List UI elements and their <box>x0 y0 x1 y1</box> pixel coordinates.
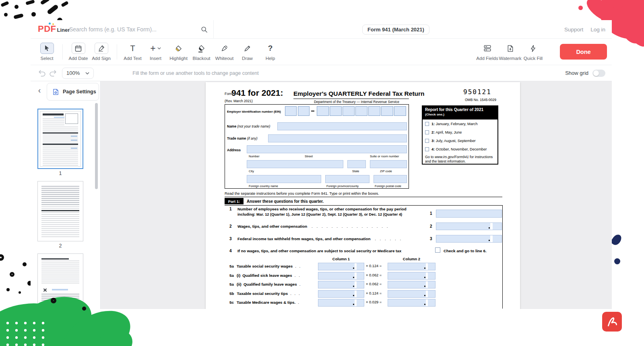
line1-count-input[interactable] <box>436 210 502 218</box>
foreign-postal-sublabel: Foreign postal code <box>375 184 401 188</box>
ein-cell[interactable] <box>381 106 393 116</box>
line2-num: 2 <box>229 224 232 229</box>
quarter-title: Report for this Quarter of 2021 <box>425 107 495 112</box>
trade-name-input[interactable] <box>268 134 407 142</box>
line1-num: 1 <box>229 207 232 211</box>
page-settings-button[interactable]: Page Settings <box>47 83 99 101</box>
line2-label: Wages, tips, and other compensation . . … <box>237 224 427 229</box>
address-label: Address <box>227 148 241 152</box>
quarter-goto-note: Go to www.irs.gov/Form941 for instructio… <box>425 155 497 164</box>
ein-cell[interactable] <box>343 106 355 116</box>
ein-cell[interactable] <box>285 106 297 116</box>
show-grid-toggle[interactable] <box>592 70 605 77</box>
ein-cell[interactable] <box>368 106 380 116</box>
form-title-text: Employer's QUARTERLY Federal Tax Return <box>293 90 425 97</box>
form-dept: Department of the Treasury — Internal Re… <box>293 100 420 104</box>
row5aii-col2-input[interactable] <box>388 281 436 288</box>
line4-text: If no wages, tips, and other compensatio… <box>237 249 401 253</box>
search-icon[interactable] <box>200 26 208 33</box>
decor-white-dots <box>3 319 48 346</box>
screenshot-root: PDFLiner Form 941 (March 2021) Support L… <box>0 0 644 346</box>
read-instructions-note: Read the separate instructions before yo… <box>225 192 379 196</box>
toolbar-divider <box>62 44 63 60</box>
state-input[interactable] <box>347 160 366 168</box>
tool-quick-fill[interactable]: Quick Fill <box>522 43 545 61</box>
form-title-number: 941 for 2021: <box>231 88 283 98</box>
foreign-province-input[interactable] <box>325 175 369 183</box>
name-input[interactable] <box>277 122 407 130</box>
ein-cell[interactable] <box>317 106 329 116</box>
row5c-col2-input[interactable] <box>388 299 436 307</box>
redo-icon[interactable] <box>47 68 58 78</box>
row5a-col1-input[interactable] <box>318 263 364 270</box>
tool-whiteout[interactable]: Whiteout <box>213 43 236 61</box>
quarter-3-checkbox[interactable] <box>425 139 429 143</box>
main-toolbar: Select Add Date Add Sign T Add Text <box>31 39 612 65</box>
row5a-col2-input[interactable] <box>388 263 436 270</box>
rule <box>225 197 502 197</box>
tool-help[interactable]: ? Help <box>259 43 282 61</box>
page-thumbnail-2[interactable] <box>37 181 83 241</box>
ein-cell[interactable] <box>330 106 342 116</box>
watermark-icon <box>506 43 514 54</box>
ein-cell[interactable] <box>298 106 310 116</box>
line2-amount-input[interactable] <box>436 222 502 230</box>
pdfliner-logo[interactable]: PDFLiner <box>38 24 70 34</box>
row5ai-col1-input[interactable] <box>318 272 364 280</box>
city-input[interactable] <box>247 160 343 168</box>
fields-icon <box>483 43 492 54</box>
quarter-1-checkbox[interactable] <box>425 122 429 126</box>
quarter-2-checkbox[interactable] <box>425 130 429 134</box>
sub-toolbar: 100% Fill the form or use another tools … <box>31 65 612 81</box>
quarter-4-checkbox[interactable] <box>425 147 429 151</box>
tool-insert[interactable]: + Insert <box>144 43 167 61</box>
sidebar-collapse-button[interactable]: ‹ <box>35 85 44 95</box>
row5c-mult: × 0.029 = <box>366 300 382 304</box>
page-thumbnail-1[interactable] <box>37 109 83 169</box>
support-link[interactable]: Support <box>564 27 583 33</box>
sidebar-scrollbar[interactable] <box>95 103 98 189</box>
tool-blackout[interactable]: Blackout <box>190 43 213 61</box>
rule <box>225 205 502 206</box>
part1-title: Answer these questions for this quarter. <box>247 199 324 204</box>
trade-name-label: Trade name (if any) <box>227 136 258 140</box>
undo-icon[interactable] <box>37 68 47 78</box>
login-link[interactable]: Log in <box>590 27 605 33</box>
header-links: Support Log in <box>564 20 605 39</box>
tool-add-date[interactable]: Add Date <box>67 43 90 61</box>
tool-highlight[interactable]: Highlight <box>167 43 190 61</box>
blackout-marker-icon <box>197 43 206 54</box>
search-input[interactable] <box>69 26 200 33</box>
identity-box: Employer identification number (EIN) Nam… <box>225 104 409 189</box>
line4-checkbox[interactable] <box>435 247 440 253</box>
zip-input[interactable] <box>370 160 407 168</box>
tool-add-fields[interactable]: Add Fields <box>476 43 499 61</box>
tool-draw[interactable]: Draw <box>236 43 259 61</box>
row5aii-mult: × 0.062 = <box>366 282 382 286</box>
tool-select[interactable]: Select <box>35 43 58 61</box>
row5b-col1-input[interactable] <box>318 290 364 298</box>
page-number-2: 2 <box>37 243 83 249</box>
row5aii-col1-input[interactable] <box>318 281 364 288</box>
row5c-col1-input[interactable] <box>318 299 364 307</box>
toggle-knob <box>593 70 599 76</box>
address-street-input[interactable] <box>247 145 407 153</box>
row5b-col2-input[interactable] <box>388 290 436 298</box>
toolbar-hint-text: Fill the form or use another tools to ch… <box>132 70 258 76</box>
tool-watermark[interactable]: Watermark <box>499 43 522 61</box>
pdf-page: Form 941 for 2021: Employer's QUARTERLY … <box>206 82 520 309</box>
tool-add-text[interactable]: T Add Text <box>121 43 144 61</box>
foreign-postal-input[interactable] <box>374 175 407 183</box>
document-canvas: Form 941 for 2021: Employer's QUARTERLY … <box>101 81 612 309</box>
line3-amount-input[interactable] <box>436 235 502 243</box>
ein-cell[interactable] <box>394 106 406 116</box>
row5ai-col2-input[interactable] <box>388 272 436 280</box>
ein-cell[interactable] <box>355 106 367 116</box>
tool-add-sign[interactable]: Add Sign <box>90 43 113 61</box>
foreign-country-input[interactable] <box>247 175 321 183</box>
done-button[interactable]: Done <box>560 44 607 60</box>
zoom-select[interactable]: 100% <box>62 68 94 79</box>
pages-sidebar: ‹ Page Settings <box>31 81 101 309</box>
foreign-country-sublabel: Foreign country name <box>249 184 278 188</box>
draw-pen-icon <box>243 43 252 54</box>
